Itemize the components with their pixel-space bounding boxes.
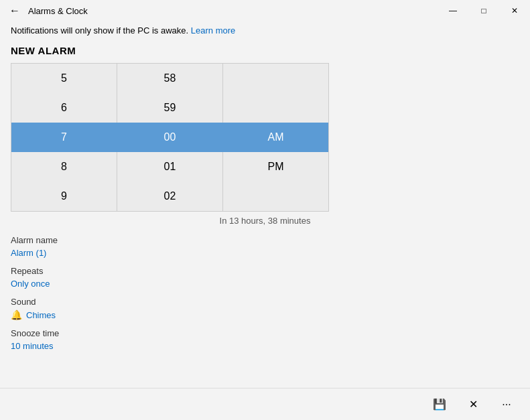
alarm-name-value[interactable]: Alarm (1)	[11, 248, 519, 258]
save-button[interactable]: 💾	[424, 393, 455, 417]
minute-cell[interactable]: 01	[117, 152, 223, 182]
delete-icon: ✕	[469, 398, 478, 411]
minimize-button[interactable]: —	[438, 0, 468, 21]
time-picker[interactable]: 558659700AM801PM902	[11, 63, 329, 212]
main-content: NEW ALARM 558659700AM801PM902 In 13 hour…	[0, 40, 530, 351]
learn-more-link[interactable]: Learn more	[191, 25, 235, 36]
hour-cell[interactable]: 7	[11, 123, 117, 152]
hour-cell[interactable]: 5	[11, 64, 117, 93]
time-picker-row[interactable]: 659	[11, 93, 328, 123]
notification-text: Notifications will only show if the PC i…	[11, 25, 188, 36]
minute-cell[interactable]: 58	[117, 64, 223, 93]
back-button[interactable]: ←	[5, 1, 24, 20]
window-controls: — □ ✕	[438, 0, 530, 21]
minute-cell[interactable]: 02	[117, 182, 223, 211]
time-picker-row[interactable]: 902	[11, 182, 328, 211]
time-picker-row[interactable]: 801PM	[11, 152, 328, 182]
delete-button[interactable]: ✕	[458, 393, 488, 417]
page-title: NEW ALARM	[11, 45, 519, 56]
alarm-name-label: Alarm name	[11, 235, 519, 245]
ampm-cell	[223, 182, 328, 211]
more-icon: ···	[502, 399, 511, 411]
hour-cell[interactable]: 9	[11, 182, 117, 211]
sound-value[interactable]: 🔔 Chimes	[11, 309, 519, 320]
sound-name: Chimes	[26, 310, 56, 320]
save-icon: 💾	[433, 398, 446, 411]
back-icon: ←	[9, 5, 20, 17]
minute-cell[interactable]: 00	[117, 123, 223, 152]
notification-bar: Notifications will only show if the PC i…	[0, 21, 530, 40]
hour-cell[interactable]: 8	[11, 152, 117, 182]
sound-label: Sound	[11, 297, 519, 307]
ampm-cell	[223, 93, 328, 123]
title-bar: ← Alarms & Clock — □ ✕	[0, 0, 530, 21]
close-button[interactable]: ✕	[499, 0, 530, 21]
repeats-value[interactable]: Only once	[11, 279, 519, 289]
time-picker-row[interactable]: 558	[11, 64, 328, 93]
more-button[interactable]: ···	[491, 393, 522, 417]
snooze-time-value[interactable]: 10 minutes	[11, 341, 519, 351]
ampm-cell[interactable]: AM	[223, 123, 328, 152]
bottom-toolbar: 💾 ✕ ···	[0, 388, 530, 420]
maximize-button[interactable]: □	[468, 0, 499, 21]
ampm-cell[interactable]: PM	[223, 152, 328, 182]
time-info: In 13 hours, 38 minutes	[11, 216, 519, 226]
bell-icon: 🔔	[11, 309, 22, 320]
ampm-cell	[223, 64, 328, 93]
time-picker-row[interactable]: 700AM	[11, 123, 328, 152]
snooze-time-label: Snooze time	[11, 328, 519, 338]
minute-cell[interactable]: 59	[117, 93, 223, 123]
repeats-label: Repeats	[11, 266, 519, 276]
hour-cell[interactable]: 6	[11, 93, 117, 123]
